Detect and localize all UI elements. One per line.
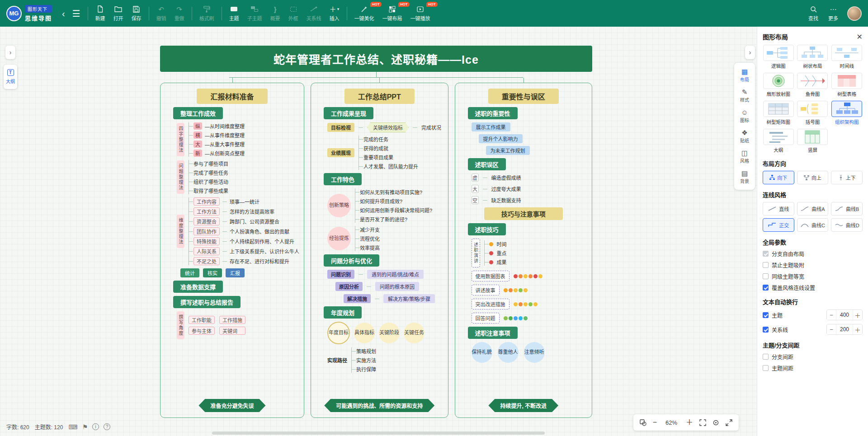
strip-tab-background[interactable]: ▤ 背景: [740, 170, 749, 184]
topic-button[interactable]: 主题: [226, 3, 243, 24]
leaf-topic[interactable]: —从创新亮点整理: [205, 150, 245, 157]
leaf-topic[interactable]: 完成的任务: [363, 136, 388, 143]
fit-screen-icon[interactable]: [699, 419, 706, 426]
leaf-topic[interactable]: 取得了哪些成果: [193, 187, 228, 194]
tag-topic[interactable]: 统计: [180, 268, 199, 277]
tag-topic[interactable]: 核实: [203, 268, 222, 277]
circle-topic[interactable]: 关键任务: [404, 323, 425, 343]
branch-work-summary-ppt[interactable]: 工作总结PPT 工作成果呈现 目标检视 关键绩效指标 完成状况 业绩展现: [311, 83, 448, 418]
vertical-label[interactable]: 述职演讲: [472, 239, 480, 267]
outline-button[interactable]: T 大纲: [4, 65, 17, 89]
line-style-curve-b-button[interactable]: 曲线B: [831, 202, 863, 216]
leaf-topic[interactable]: 缺乏数据支持: [491, 197, 521, 204]
leaf-topic[interactable]: —从重大事件整理: [205, 141, 245, 148]
tag-topic[interactable]: 解决措施: [344, 294, 371, 303]
key-badge[interactable]: 虚: [472, 173, 479, 182]
leaf-topic[interactable]: 问题的根本原因: [375, 282, 419, 291]
leaf-topic[interactable]: —从时间维度整理: [205, 122, 245, 130]
leaf-topic[interactable]: 跨部门、公司资源整合: [230, 218, 279, 225]
circle-topic[interactable]: 尊重他人: [498, 342, 519, 363]
one-click-beautify-button[interactable]: HOT 一键美化: [351, 3, 378, 24]
leaf-topic[interactable]: 减少开支: [360, 226, 380, 233]
topic-section[interactable]: 述职技巧: [468, 223, 506, 235]
layout-option-org-chart[interactable]: 组织架构图: [831, 101, 863, 125]
tag-topic[interactable]: 参与主体: [189, 327, 215, 335]
fullscreen-icon[interactable]: [726, 419, 732, 426]
leaf-topic[interactable]: 是否开发了新的途径?: [360, 216, 407, 223]
leaf-topic[interactable]: 完成了哪些任务: [193, 169, 228, 176]
leaf-topic[interactable]: 参与了哪些项目: [193, 160, 228, 167]
summary-button[interactable]: } 概要: [267, 3, 284, 24]
topic-header[interactable]: 工作总结PPT: [344, 89, 415, 104]
line-style-orthogonal-button[interactable]: 正交: [763, 218, 794, 232]
key-badge[interactable]: 团队协作: [193, 227, 220, 235]
collapse-right-panel-button[interactable]: ›: [745, 46, 755, 59]
direction-both-button[interactable]: 上下: [831, 171, 863, 184]
branch-importance-misunderstanding[interactable]: 重要性与误区 述职的重要性 展示工作成果 提升个人影响力 为未来工作规划 述职误…: [455, 83, 593, 418]
expand-left-panel-button[interactable]: ›: [5, 46, 15, 59]
checkbox-topic-spacing[interactable]: [763, 365, 769, 371]
topic-subheader[interactable]: 技巧与注意事项: [484, 207, 563, 220]
circle-topic[interactable]: 年度目标: [327, 322, 350, 344]
leaf-topic[interactable]: 过度夸大成果: [491, 185, 521, 192]
new-button[interactable]: 新建: [92, 3, 109, 24]
leaf-topic[interactable]: 实现路径: [327, 356, 347, 364]
leaf-topic[interactable]: —从事件维度整理: [205, 131, 245, 139]
layout-option-tree[interactable]: 树状布局: [797, 45, 829, 69]
undo-button[interactable]: ↶ 撤销: [153, 3, 170, 24]
wrap-topic-value[interactable]: 400: [836, 310, 853, 320]
tag-topic[interactable]: 汇报: [226, 268, 245, 277]
strip-tab-icons[interactable]: ☺ 图标: [740, 109, 749, 123]
topic-header[interactable]: 汇报材料准备: [197, 89, 267, 104]
decrease-button[interactable]: −: [827, 324, 836, 334]
leaf-topic[interactable]: 编造虚假成绩: [491, 174, 521, 181]
topic-section[interactable]: 问题分析与优化: [324, 254, 379, 267]
key-badge[interactable]: 不足之处: [193, 257, 220, 265]
strip-tab-style[interactable]: ✎ 样式: [740, 89, 749, 103]
tag-topic[interactable]: 工作职能: [189, 316, 215, 324]
leaf-topic[interactable]: 遇到的问题/挑战/难点: [367, 270, 424, 279]
topic-section[interactable]: 述职误区: [468, 158, 506, 170]
increase-button[interactable]: ＋: [853, 324, 862, 334]
key-badge[interactable]: 人际关系: [193, 247, 220, 255]
circle-topic[interactable]: 关键阶段: [379, 323, 400, 343]
zoom-level[interactable]: 62%: [663, 419, 679, 426]
leaf-topic[interactable]: 重点: [497, 249, 507, 257]
circle-topic[interactable]: 具体指标: [354, 323, 375, 343]
leaf-topic[interactable]: 如何提升项目成效?: [360, 197, 402, 205]
search-button[interactable]: 查找: [805, 3, 822, 24]
keyboard-shortcuts-icon[interactable]: ⌨: [68, 423, 77, 431]
app-logo[interactable]: MG 图形天下 思维导图: [6, 5, 52, 22]
line-style-curve-a-button[interactable]: 曲线A: [797, 202, 829, 216]
key-badge[interactable]: 空: [472, 196, 479, 204]
leaf-topic[interactable]: 组织了哪些活动: [193, 178, 228, 185]
redo-button[interactable]: ↷ 重做: [171, 3, 188, 24]
more-button[interactable]: ⋯ 更多: [825, 3, 842, 24]
save-button[interactable]: 保存: [128, 3, 145, 24]
layout-option-fan[interactable]: 扇形放射图: [763, 73, 794, 97]
tip-topic[interactable]: 讲述故事: [472, 285, 500, 295]
banner-topic[interactable]: 持续提升, 不断改进: [488, 399, 558, 412]
mindmap-canvas[interactable]: › T 大纲 › 蛇年管理者工作总结、述职秘籍——Ice 汇报材料准备 整理工作…: [0, 27, 757, 436]
leaf-topic[interactable]: 效率提高: [360, 244, 380, 251]
horizontal-scrollbar[interactable]: [212, 431, 545, 435]
tip-topic[interactable]: 突出改进措施: [472, 299, 509, 309]
tag-topic[interactable]: 展示工作成果: [472, 122, 510, 131]
vertical-label[interactable]: 撰写角度: [177, 311, 184, 339]
topic-section[interactable]: 述职的重要性: [468, 107, 518, 119]
topic-section[interactable]: 准备数据支撑: [173, 281, 223, 293]
decrease-button[interactable]: −: [827, 310, 836, 320]
strip-tab-layout[interactable]: ▦ 布局: [740, 68, 749, 83]
circle-topic[interactable]: 创新策略: [327, 194, 351, 217]
leaf-topic[interactable]: 策略规划: [356, 347, 376, 355]
key-badge[interactable]: 资源整合: [193, 217, 220, 225]
topic-header[interactable]: 重要性与误区: [488, 89, 559, 104]
close-icon[interactable]: ✕: [857, 33, 863, 41]
increase-button[interactable]: ＋: [853, 310, 862, 320]
topic-section[interactable]: 工作特色: [324, 173, 362, 185]
key-badge[interactable]: 新: [193, 150, 202, 157]
direction-up-button[interactable]: 向上: [797, 171, 829, 184]
layout-option-tree-matrix[interactable]: 树型矩阵图: [763, 101, 794, 125]
layout-option-fishbone[interactable]: 鱼骨图: [797, 73, 829, 97]
topic-section[interactable]: 年度规划: [324, 306, 362, 319]
